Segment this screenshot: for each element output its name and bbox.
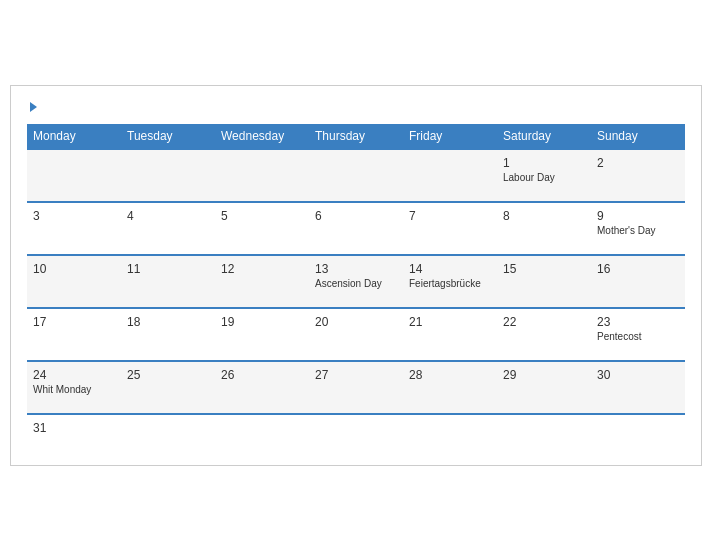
day-number: 3: [33, 209, 115, 223]
day-number: 1: [503, 156, 585, 170]
day-number: 26: [221, 368, 303, 382]
day-cell: 20: [309, 308, 403, 361]
day-number: 6: [315, 209, 397, 223]
logo-blue-text: [27, 102, 37, 112]
weekday-header-friday: Friday: [403, 124, 497, 149]
day-number: 27: [315, 368, 397, 382]
day-number: 4: [127, 209, 209, 223]
day-cell: [591, 414, 685, 455]
day-number: 20: [315, 315, 397, 329]
weekday-header-saturday: Saturday: [497, 124, 591, 149]
weekday-header-monday: Monday: [27, 124, 121, 149]
day-cell: 24Whit Monday: [27, 361, 121, 414]
day-cell: 9Mother's Day: [591, 202, 685, 255]
day-cell: 7: [403, 202, 497, 255]
day-cell: [403, 414, 497, 455]
day-number: 5: [221, 209, 303, 223]
day-number: 14: [409, 262, 491, 276]
day-event: Feiertagsbrücke: [409, 278, 491, 289]
week-row-1: 1Labour Day2: [27, 149, 685, 202]
day-cell: 2: [591, 149, 685, 202]
day-cell: 16: [591, 255, 685, 308]
day-cell: 17: [27, 308, 121, 361]
day-cell: 13Ascension Day: [309, 255, 403, 308]
day-number: 15: [503, 262, 585, 276]
day-number: 10: [33, 262, 115, 276]
day-number: 11: [127, 262, 209, 276]
day-cell: 8: [497, 202, 591, 255]
day-cell: [215, 149, 309, 202]
day-number: 18: [127, 315, 209, 329]
day-cell: 29: [497, 361, 591, 414]
week-row-4: 17181920212223Pentecost: [27, 308, 685, 361]
weekday-header-row: MondayTuesdayWednesdayThursdayFridaySatu…: [27, 124, 685, 149]
day-number: 7: [409, 209, 491, 223]
day-event: Pentecost: [597, 331, 679, 342]
day-cell: 15: [497, 255, 591, 308]
day-number: 2: [597, 156, 679, 170]
day-cell: [403, 149, 497, 202]
day-cell: 23Pentecost: [591, 308, 685, 361]
day-event: Labour Day: [503, 172, 585, 183]
logo-triangle-icon: [30, 102, 37, 112]
day-number: 22: [503, 315, 585, 329]
day-number: 8: [503, 209, 585, 223]
day-cell: 5: [215, 202, 309, 255]
day-cell: 31: [27, 414, 121, 455]
day-number: 17: [33, 315, 115, 329]
day-cell: [27, 149, 121, 202]
day-number: 9: [597, 209, 679, 223]
week-row-3: 10111213Ascension Day14Feiertagsbrücke15…: [27, 255, 685, 308]
day-cell: 11: [121, 255, 215, 308]
weekday-header-tuesday: Tuesday: [121, 124, 215, 149]
day-cell: 3: [27, 202, 121, 255]
day-cell: 12: [215, 255, 309, 308]
day-cell: [215, 414, 309, 455]
day-cell: 27: [309, 361, 403, 414]
day-number: 24: [33, 368, 115, 382]
weekday-header-wednesday: Wednesday: [215, 124, 309, 149]
day-cell: 4: [121, 202, 215, 255]
day-cell: 14Feiertagsbrücke: [403, 255, 497, 308]
day-cell: 19: [215, 308, 309, 361]
day-cell: [121, 414, 215, 455]
week-row-6: 31: [27, 414, 685, 455]
day-event: Ascension Day: [315, 278, 397, 289]
day-event: Mother's Day: [597, 225, 679, 236]
day-cell: 18: [121, 308, 215, 361]
day-number: 28: [409, 368, 491, 382]
day-cell: [309, 149, 403, 202]
week-row-2: 3456789Mother's Day: [27, 202, 685, 255]
day-cell: 6: [309, 202, 403, 255]
day-number: 13: [315, 262, 397, 276]
weekday-header-thursday: Thursday: [309, 124, 403, 149]
day-cell: 28: [403, 361, 497, 414]
day-cell: [497, 414, 591, 455]
calendar: MondayTuesdayWednesdayThursdayFridaySatu…: [10, 85, 702, 466]
day-number: 29: [503, 368, 585, 382]
weekday-header-sunday: Sunday: [591, 124, 685, 149]
day-event: Whit Monday: [33, 384, 115, 395]
day-cell: [121, 149, 215, 202]
day-cell: 22: [497, 308, 591, 361]
day-cell: [309, 414, 403, 455]
day-cell: 10: [27, 255, 121, 308]
day-number: 16: [597, 262, 679, 276]
day-number: 12: [221, 262, 303, 276]
calendar-header: [27, 102, 685, 112]
day-cell: 30: [591, 361, 685, 414]
day-number: 23: [597, 315, 679, 329]
day-cell: 1Labour Day: [497, 149, 591, 202]
day-number: 21: [409, 315, 491, 329]
day-cell: 21: [403, 308, 497, 361]
day-number: 19: [221, 315, 303, 329]
day-number: 25: [127, 368, 209, 382]
day-number: 31: [33, 421, 115, 435]
day-cell: 26: [215, 361, 309, 414]
calendar-grid: MondayTuesdayWednesdayThursdayFridaySatu…: [27, 124, 685, 455]
day-number: 30: [597, 368, 679, 382]
week-row-5: 24Whit Monday252627282930: [27, 361, 685, 414]
day-cell: 25: [121, 361, 215, 414]
logo: [27, 102, 37, 112]
